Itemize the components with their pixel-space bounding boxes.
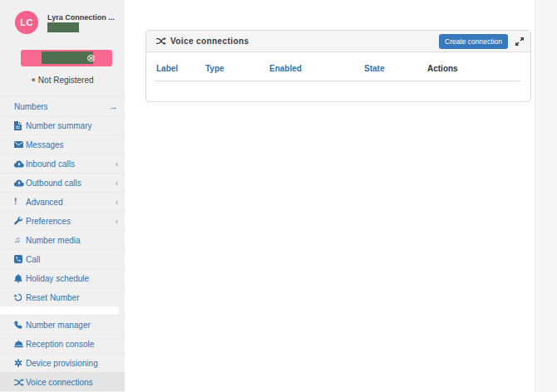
status-dot-icon: ● bbox=[31, 76, 35, 84]
reception-bell-icon bbox=[14, 340, 26, 348]
sidebar-item-label: Number summary bbox=[26, 121, 91, 130]
sidebar-item-number-media[interactable]: ♫Number media bbox=[0, 230, 125, 249]
wrench-icon bbox=[14, 217, 26, 225]
sidebar-item-preferences[interactable]: Preferences‹ bbox=[0, 211, 125, 230]
sidebar-item-label: Numbers bbox=[14, 102, 48, 111]
panel-title-label: Voice connections bbox=[170, 37, 249, 46]
table-header-row: LabelTypeEnabledStateActions bbox=[155, 64, 520, 81]
sidebar-item-label: Preferences bbox=[26, 217, 71, 226]
shuffle-icon bbox=[156, 37, 166, 45]
sidebar-item-label: Holiday schedule bbox=[26, 274, 89, 283]
sidebar-item-label: Voice connections bbox=[26, 378, 93, 387]
registration-status: ●Not Registered bbox=[0, 76, 125, 85]
column-header-label[interactable]: Label bbox=[156, 64, 205, 73]
envelope-icon bbox=[14, 141, 26, 148]
create-connection-button[interactable]: Create connection bbox=[439, 34, 508, 49]
sidebar-nav: Numbers→Number summaryMessagesInbound ca… bbox=[0, 96, 125, 391]
chevron-left-icon: ‹ bbox=[116, 198, 118, 207]
sidebar-item-label: Advanced bbox=[26, 198, 62, 207]
sidebar-item-reception-console[interactable]: Reception console bbox=[0, 334, 125, 353]
redacted-account-id bbox=[47, 22, 79, 32]
column-header-state[interactable]: State bbox=[364, 64, 427, 73]
sidebar-item-advanced[interactable]: !Advanced‹ bbox=[0, 192, 125, 211]
sidebar-item-call[interactable]: Call bbox=[0, 249, 125, 268]
sidebar-item-number-manager[interactable]: Number manager bbox=[0, 315, 125, 334]
sidebar-item-label: Device provisioning bbox=[26, 359, 98, 368]
main-content: Voice connections Create connection Labe… bbox=[125, 0, 535, 392]
music-icon: ♫ bbox=[14, 236, 26, 244]
voice-connections-panel: Voice connections Create connection Labe… bbox=[145, 30, 531, 102]
column-header-actions: Actions bbox=[427, 64, 520, 73]
number-select-button[interactable]: ⊗ bbox=[21, 50, 112, 66]
phone-icon bbox=[14, 321, 26, 329]
chevron-left-icon: ‹ bbox=[116, 217, 118, 226]
bell-icon bbox=[14, 274, 26, 283]
cloud-upload-icon bbox=[14, 179, 26, 187]
column-header-enabled[interactable]: Enabled bbox=[269, 64, 364, 73]
chevron-left-icon: ‹ bbox=[116, 159, 118, 169]
sidebar-item-label: Number media bbox=[26, 236, 81, 245]
sidebar-item-label: Outbound calls bbox=[26, 179, 81, 188]
table-empty-body bbox=[155, 81, 520, 101]
sidebar-item-reset-number[interactable]: Reset Number bbox=[0, 287, 125, 306]
column-header-type[interactable]: Type bbox=[205, 64, 269, 73]
panel-title: Voice connections bbox=[156, 37, 249, 46]
clear-circle-icon[interactable]: ⊗ bbox=[86, 51, 96, 65]
sidebar-item-voice-connections[interactable]: Voice connections bbox=[0, 372, 125, 391]
sidebar-item-holiday-schedule[interactable]: Holiday schedule bbox=[0, 268, 125, 287]
expand-icon[interactable] bbox=[515, 37, 524, 46]
sidebar: LC Lyra Connection ... ⊗ ●Not Registered… bbox=[0, 0, 125, 392]
sidebar-item-label: Number manager bbox=[26, 321, 91, 330]
sidebar-item-label: Call bbox=[26, 255, 40, 264]
gear-icon bbox=[14, 359, 26, 367]
sidebar-item-inbound-calls[interactable]: Inbound calls‹ bbox=[0, 154, 125, 173]
undo-icon bbox=[14, 293, 26, 301]
redacted-phone-number bbox=[42, 51, 93, 64]
sidebar-item-label: Inbound calls bbox=[26, 159, 75, 169]
file-icon bbox=[14, 121, 26, 130]
arrow-right-icon: → bbox=[109, 101, 118, 111]
profile-name: Lyra Connection ... bbox=[47, 13, 115, 22]
phone-square-icon bbox=[14, 255, 26, 263]
sidebar-item-device-provisioning[interactable]: Device provisioning bbox=[0, 353, 125, 372]
sidebar-item-numbers[interactable]: Numbers→ bbox=[0, 96, 125, 115]
exclamation-icon: ! bbox=[14, 198, 26, 206]
avatar: LC bbox=[15, 11, 38, 34]
cloud-download-icon bbox=[14, 160, 26, 168]
sidebar-item-label: Reception console bbox=[26, 340, 94, 349]
sidebar-item-number-summary[interactable]: Number summary bbox=[0, 115, 125, 135]
panel-body: LabelTypeEnabledStateActions bbox=[146, 52, 530, 101]
sidebar-item-outbound-calls[interactable]: Outbound calls‹ bbox=[0, 173, 125, 192]
sidebar-item-label: Messages bbox=[26, 140, 64, 149]
sidebar-item-label: Reset Number bbox=[26, 293, 79, 302]
panel-header: Voice connections Create connection bbox=[146, 31, 530, 52]
nav-group-divider bbox=[0, 306, 119, 315]
page-gutter bbox=[535, 0, 557, 392]
chevron-left-icon: ‹ bbox=[116, 179, 118, 188]
sidebar-item-messages[interactable]: Messages bbox=[0, 135, 125, 154]
registration-status-label: Not Registered bbox=[38, 76, 94, 85]
shuffle-icon bbox=[14, 379, 26, 386]
